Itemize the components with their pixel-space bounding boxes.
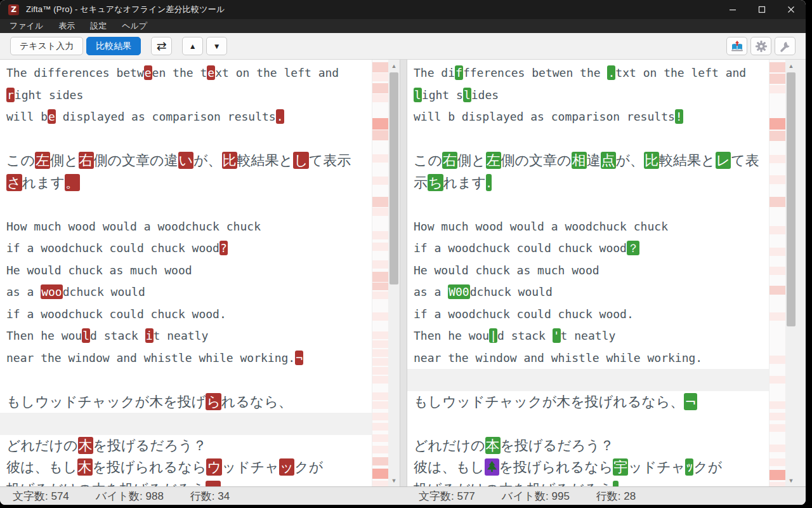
text-line: [407, 413, 769, 435]
diff-map-band: [372, 481, 388, 486]
diff-map-band: [372, 94, 388, 102]
scroll-up-icon[interactable]: ▲: [388, 61, 400, 70]
app-logo-icon: Z: [8, 4, 19, 15]
diff-map-band: [769, 155, 785, 163]
prev-diff-button[interactable]: ▲: [182, 37, 203, 55]
right-line-count: 行数: 28: [596, 489, 636, 504]
diff-map-band: [372, 434, 388, 442]
left-scrollbar[interactable]: ▲ ▼: [388, 60, 400, 486]
status-bar: 文字数: 574 バイト数: 988 行数: 34 文字数: 577 バイト数:…: [0, 486, 806, 505]
diff-map-band: [372, 243, 388, 251]
import-button[interactable]: [726, 37, 747, 55]
minimize-icon: [729, 6, 737, 13]
menu-item-file[interactable]: ファイル: [0, 19, 51, 33]
text-line: [407, 194, 769, 216]
diff-map-band: [769, 118, 785, 130]
text-line: Then he wou|d stack 't neatly: [407, 325, 769, 347]
diff-map-band: [769, 175, 785, 184]
swap-sides-button[interactable]: ⇄: [151, 37, 172, 55]
text-line: will b displayed as comparison results!: [407, 106, 769, 128]
text-line: どれだけの木を投げるだろう？: [0, 435, 372, 457]
right-scrollbar[interactable]: ▲ ▼: [785, 60, 797, 486]
diff-map-band: [372, 62, 388, 72]
diff-map-band: [372, 73, 388, 81]
text-line: as a W00dchuck would: [407, 281, 769, 304]
text-line: されます。: [0, 172, 372, 194]
diff-map-band: [372, 376, 388, 384]
text-line: How much wood would a woodchuck chuck: [407, 216, 769, 238]
next-diff-button[interactable]: ▼: [206, 37, 227, 55]
text-line: この右側と左側の文章の相違点が、⽐較結果とレて表: [407, 150, 769, 172]
diff-map-band: [372, 208, 388, 216]
scroll-down-icon[interactable]: ▼: [785, 476, 797, 485]
minimize-button[interactable]: [718, 0, 747, 19]
maximize-button[interactable]: [747, 0, 776, 19]
wrench-icon: [779, 40, 792, 53]
diff-map-band: [769, 248, 785, 256]
diff-map-band: [769, 131, 785, 141]
right-edge-margin: [797, 60, 806, 486]
left-status: 文字数: 574 バイト数: 988 行数: 34: [0, 489, 407, 504]
diff-map-band: [372, 83, 388, 93]
menu-bar: ファイル 表示 設定 ヘルプ: [0, 19, 806, 33]
left-char-count: 文字数: 574: [13, 489, 69, 504]
text-line: near the window and whistle while workin…: [407, 347, 769, 370]
diff-map-band: [372, 312, 388, 321]
left-scrollbar-thumb[interactable]: [390, 72, 398, 284]
left-text-area[interactable]: The differences between the text on the …: [0, 60, 372, 486]
diff-map-band: [372, 423, 388, 431]
text-line: light slides: [407, 84, 769, 107]
text-line: if a woodchuck could chuck wood.: [407, 304, 769, 326]
close-icon: [787, 6, 795, 13]
diff-map-band: [769, 85, 785, 93]
left-diff-map[interactable]: [372, 60, 388, 486]
left-byte-count: バイト数: 988: [96, 489, 164, 504]
menu-item-settings[interactable]: 設定: [82, 19, 114, 33]
diff-map-band: [769, 401, 785, 409]
text-input-tab-button[interactable]: テキスト入力: [10, 37, 83, 55]
right-diff-map[interactable]: [769, 60, 785, 486]
diff-map-band: [769, 286, 785, 295]
diff-map-band: [372, 469, 388, 479]
text-line: 示ちれます.: [407, 172, 769, 194]
toolbar: テキスト入力 比較結果 ⇄ ▲ ▼: [0, 33, 806, 60]
tools-button[interactable]: [775, 37, 796, 55]
diff-map-band: [372, 177, 388, 185]
diff-map-band: [372, 349, 388, 357]
diff-map-band: [769, 267, 785, 275]
text-line: この左側と右側の文章の違いが、比較結果として表示: [0, 150, 372, 172]
scroll-up-icon[interactable]: ▲: [785, 61, 797, 70]
text-line: near the window and whistle while workin…: [0, 347, 372, 370]
diff-map-band: [372, 260, 388, 269]
window-title: Zifta™ (Pro) - セキュアなオフライン差分比較ツール: [26, 4, 225, 15]
text-line: [407, 128, 769, 150]
swap-icon: ⇄: [157, 40, 167, 52]
left-line-count: 行数: 34: [190, 489, 230, 504]
diff-map-band: [769, 444, 785, 452]
text-line: as a woodchuck would: [0, 281, 372, 304]
right-text-area[interactable]: The diffferences betwen the .txt on the …: [407, 60, 769, 486]
diff-map-band: [372, 130, 388, 140]
text-line: [0, 128, 372, 150]
menu-item-view[interactable]: 表示: [51, 19, 82, 33]
settings-button[interactable]: [750, 37, 771, 55]
compare-result-tab-button[interactable]: 比較結果: [86, 37, 141, 55]
diff-map-band: [769, 197, 785, 207]
diff-map-band: [769, 413, 785, 420]
diff-map-band: [769, 482, 785, 486]
diff-map-band: [372, 283, 388, 290]
text-line: 彼は、もし木を投げられるならウッドチャックが: [0, 457, 372, 479]
diff-map-band: [372, 367, 388, 375]
text-line: The differences between the text on the …: [0, 62, 372, 84]
text-line: 投げるだけの木を投げるだろう。: [0, 479, 372, 487]
text-line: right sides: [0, 84, 372, 107]
right-scrollbar-thumb[interactable]: [787, 72, 796, 326]
menu-item-help[interactable]: ヘルプ: [114, 19, 155, 33]
close-button[interactable]: [776, 0, 806, 19]
diff-map-band: [372, 358, 388, 366]
import-icon: [730, 40, 744, 53]
scroll-down-icon[interactable]: ▼: [388, 476, 400, 485]
text-line: if a woodchuck could chuck wood.: [0, 304, 372, 326]
window-controls: [718, 0, 806, 19]
diff-map-band: [372, 446, 388, 453]
